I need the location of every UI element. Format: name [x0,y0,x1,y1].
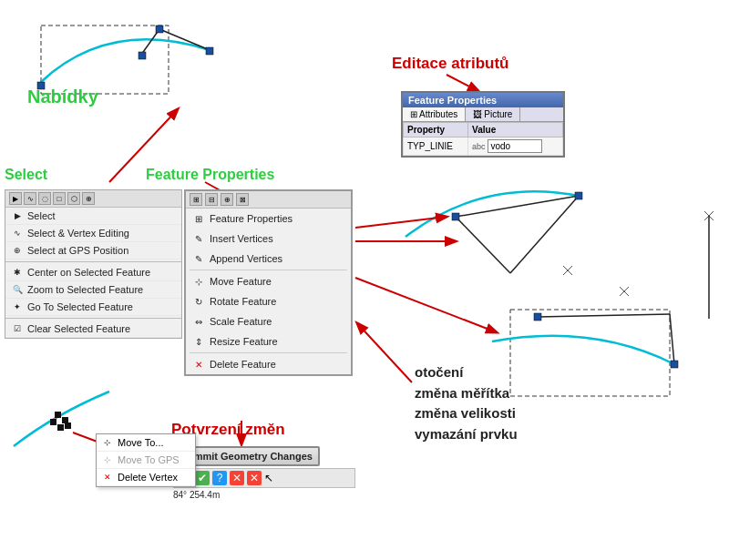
fp-sep-1 [190,270,347,270]
svg-line-9 [510,196,579,273]
goto-icon: ✦ [11,300,24,313]
center-icon: ✱ [11,266,24,279]
cancel-icon[interactable]: ✕ [230,471,244,485]
ctx-item-move-gps[interactable]: ⊹ Move To GPS [97,452,195,469]
select-item-goto[interactable]: ✦ Go To Selected Feature [5,299,181,316]
feature-panel: ⊞ ⊟ ⊕ ⊠ ⊞ Feature Properties ✎ Insert Ve… [184,189,353,376]
tb-rect-icon[interactable]: □ [53,192,66,205]
label-feature-properties: Feature Properties [146,167,274,183]
tb-vertex-icon[interactable]: ∿ [24,192,36,205]
tb-gps-icon[interactable]: ⊕ [82,192,95,205]
svg-line-36 [357,323,412,382]
fp-tab-attributes-icon: ⊞ [410,109,417,119]
fp-tb-icon1[interactable]: ⊞ [190,193,202,206]
ctx-gps-icon: ⊹ [101,453,114,466]
fp-move-icon: ⊹ [191,274,206,289]
tb-select-icon[interactable]: ▶ [9,192,22,205]
svg-line-19 [620,287,629,296]
select-item-gps[interactable]: ⊕ Select at GPS Position [5,242,181,260]
ctx-move-icon: ⊹ [101,436,114,449]
separator-2 [5,318,181,319]
fp-insert-icon: ✎ [191,231,206,246]
fp-item-delete[interactable]: ✕ Delete Feature [186,354,351,374]
commit-icons-row: 🔒 ✔ ? ✕ ✕ ↖ [173,468,355,488]
tb-lasso-icon[interactable]: ◌ [38,192,51,205]
help-icon[interactable]: ? [212,471,227,485]
fp-tab-attributes[interactable]: ⊞ Attributes [403,107,466,121]
fp-item-properties[interactable]: ⊞ Feature Properties [186,209,351,229]
label-editace: Editace atributů [392,55,508,73]
svg-rect-0 [41,25,169,94]
context-menu-bl: ⊹ Move To... ⊹ Move To GPS ✕ Delete Vert… [96,433,196,487]
svg-line-15 [538,314,670,317]
svg-rect-18 [671,361,678,368]
svg-rect-26 [50,419,56,425]
fp-property-name: TYP_LINIE [404,137,468,156]
coord-text: 84° 254.4m [173,490,355,500]
select-gps-icon: ⊕ [11,244,24,257]
label-nabidky: Nabídky [27,87,98,107]
fp-tb-icon2[interactable]: ⊟ [205,193,218,206]
svg-line-34 [447,75,478,91]
label-meritko-line: změna měřítka [415,383,518,404]
ctx-item-delete-vertex[interactable]: ✕ Delete Vertex [97,469,195,486]
svg-line-8 [456,217,510,273]
select-item-select[interactable]: ▶ Select [5,208,181,225]
svg-rect-10 [452,213,459,220]
svg-line-7 [456,196,579,217]
check-icon[interactable]: ✔ [195,471,210,485]
main-container: Nabídky Select Feature Properties Editac… [0,0,729,560]
label-vymazani-line: vymazání prvku [415,424,518,445]
fp-item-resize[interactable]: ⇕ Resize Feature [186,331,351,351]
select-item-center[interactable]: ✱ Center on Selected Feature [5,264,181,281]
svg-rect-27 [57,424,64,431]
fp-item-scale[interactable]: ⇔ Scale Feature [186,311,351,331]
table-row: TYP_LINIE abc [404,137,563,156]
tb-poly-icon[interactable]: ⬡ [67,192,80,205]
fp-item-append-vertices[interactable]: ✎ Append Vertices [186,249,351,269]
fp-rotate-icon: ↻ [191,294,206,309]
zoom-icon: 🔍 [11,283,24,296]
fp-item-insert-vertices[interactable]: ✎ Insert Vertices [186,229,351,249]
select-toolbar: ▶ ∿ ◌ □ ⬡ ⊕ ▶ Select ∿ Select & Vertex E… [5,189,182,339]
fp-properties-icon: ⊞ [191,211,206,226]
svg-line-22 [704,211,714,220]
svg-rect-5 [206,47,213,55]
fp-dialog-tabs: ⊞ Attributes 🖼 Picture [403,107,563,122]
svg-line-20 [620,287,629,296]
fp-tb-icon3[interactable]: ⊕ [221,193,233,206]
fp-table: Property Value TYP_LINIE abc [403,122,563,156]
svg-rect-11 [575,192,582,199]
fp-value-prefix: abc [472,142,486,151]
fp-col-value: Value [468,123,563,137]
clear-icon: ☑ [11,322,24,335]
select-item-zoom[interactable]: 🔍 Zoom to Selected Feature [5,281,181,299]
fp-append-icon: ✎ [191,251,206,266]
label-annotation-rotation: otočení změna měřítka změna velikosti vy… [415,362,518,444]
commit-bar: Commit Geometry Changes 🔒 ✔ ? ✕ ✕ ↖ 84° … [173,446,355,500]
ctx-item-move-to[interactable]: ⊹ Move To... [97,434,195,452]
select-item-clear[interactable]: ☑ Clear Selected Feature [5,321,181,338]
stop-icon[interactable]: ✕ [247,471,262,485]
feature-panel-toolbar: ⊞ ⊟ ⊕ ⊠ [186,191,351,209]
cursor-indicator: ↖ [264,472,273,484]
fp-tab-picture[interactable]: 🖼 Picture [466,107,520,121]
fp-sep-2 [190,352,347,353]
fp-tb-icon4[interactable]: ⊠ [236,193,249,206]
svg-line-2 [141,29,159,55]
fp-col-property: Property [404,123,468,137]
fp-dialog-title: Feature Properties [403,93,563,107]
svg-rect-4 [139,52,146,59]
label-select: Select [5,167,47,183]
select-item-vertex-editing[interactable]: ∿ Select & Vertex Editing [5,225,181,242]
fp-value-input[interactable] [488,139,542,153]
svg-line-1 [159,29,210,50]
fp-item-move[interactable]: ⊹ Move Feature [186,271,351,291]
separator-1 [5,261,181,262]
svg-rect-25 [62,417,68,423]
svg-line-13 [563,266,572,275]
fp-delete-icon: ✕ [191,357,206,372]
svg-line-33 [355,278,497,332]
select-toolbar-row: ▶ ∿ ◌ □ ⬡ ⊕ [5,190,181,208]
fp-item-rotate[interactable]: ↻ Rotate Feature [186,291,351,311]
